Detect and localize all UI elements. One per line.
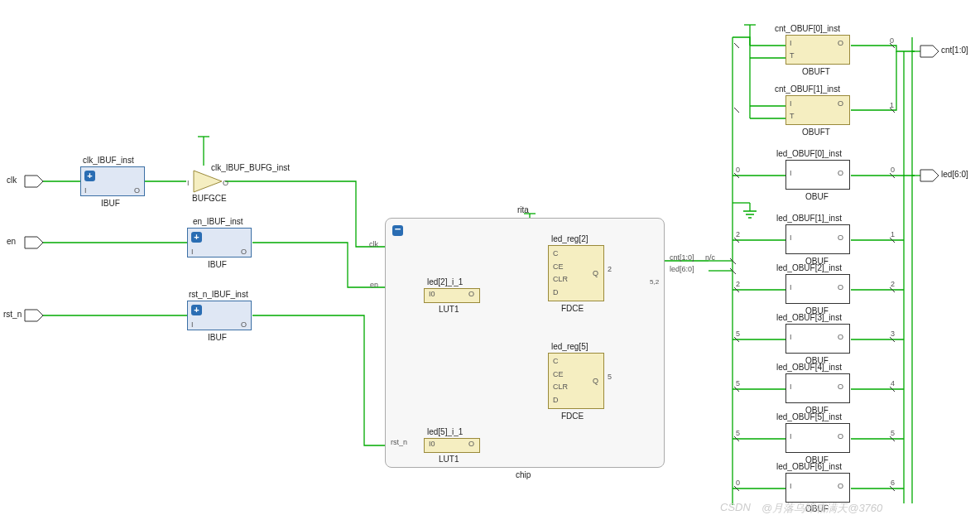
pin-clr: CLR bbox=[553, 275, 568, 283]
chip-pin-clk: clk bbox=[369, 240, 378, 248]
rstn-ibuf-title: rst_n_IBUF_inst bbox=[189, 290, 248, 299]
obuf2-title: led_OBUF[2]_inst bbox=[776, 263, 842, 272]
pin-o: O bbox=[134, 186, 140, 195]
pin-o: O bbox=[838, 99, 843, 108]
watermark-left: CSDN bbox=[720, 501, 751, 513]
chip-pin-led: led[6:0] bbox=[670, 265, 694, 273]
q2-num: 2 bbox=[608, 265, 612, 273]
pin-o: O bbox=[838, 432, 843, 440]
fdce-b-title: led_reg[5] bbox=[551, 342, 588, 351]
obuf5-title: led_OBUF[5]_inst bbox=[776, 412, 842, 421]
port-rst-n: rst_n bbox=[3, 310, 22, 319]
bufgce-type: BUFGCE bbox=[192, 194, 227, 203]
pin-o: O bbox=[838, 383, 843, 391]
collapse-icon[interactable]: − bbox=[392, 225, 403, 236]
obuft1-type: OBUFT bbox=[802, 128, 830, 137]
pin-clr: CLR bbox=[553, 383, 568, 391]
pin-q: Q bbox=[593, 269, 598, 277]
pin-i0: I0 bbox=[429, 440, 435, 448]
pin-ce: CE bbox=[553, 370, 564, 378]
expand-icon[interactable]: + bbox=[84, 171, 95, 181]
en-ibuf-title: en_IBUF_inst bbox=[193, 217, 243, 226]
bus2r: 2 bbox=[891, 280, 895, 288]
obuft1-title: cnt_OBUF[1]_inst bbox=[775, 84, 840, 94]
bus6r: 6 bbox=[891, 479, 895, 487]
pin-i: I bbox=[790, 169, 792, 177]
pin-t: T bbox=[790, 51, 795, 60]
lut1-b-type: LUT1 bbox=[439, 455, 459, 464]
port-clk: clk bbox=[7, 176, 17, 185]
pin-o: O bbox=[838, 169, 843, 177]
pin-c: C bbox=[553, 249, 559, 258]
watermark-right: @月落乌啼霜满天@3760 bbox=[761, 501, 882, 515]
pin-d: D bbox=[553, 288, 559, 296]
pin-t: T bbox=[790, 112, 795, 120]
split52: 5,2 bbox=[650, 278, 659, 286]
clk-ibuf-title: clk_IBUF_inst bbox=[83, 156, 134, 165]
bus0: 0 bbox=[890, 36, 894, 45]
pin-c: C bbox=[553, 357, 559, 365]
pin-i: I bbox=[187, 179, 190, 187]
pin-i: I bbox=[790, 383, 792, 391]
chip-pin-cnt: cnt[1:0] bbox=[670, 253, 694, 262]
obuft0-type: OBUFT bbox=[802, 67, 830, 76]
pin-o: O bbox=[838, 283, 843, 291]
bus1: 1 bbox=[890, 101, 894, 109]
obuft0-title: cnt_OBUF[0]_inst bbox=[775, 24, 840, 33]
bus4r: 4 bbox=[891, 379, 895, 387]
bus0l6: 0 bbox=[736, 479, 740, 487]
lut1-a-type: LUT1 bbox=[439, 305, 459, 314]
pin-o: O bbox=[468, 440, 474, 448]
q5-num: 5 bbox=[608, 373, 612, 381]
lut1-a-title: led[2]_i_1 bbox=[427, 277, 463, 286]
bus3r: 3 bbox=[891, 330, 895, 338]
clk-ibuf-type: IBUF bbox=[101, 199, 120, 208]
expand-icon[interactable]: + bbox=[191, 305, 202, 315]
obuf6-title: led_OBUF[6]_inst bbox=[776, 462, 842, 471]
en-ibuf-type: IBUF bbox=[208, 260, 227, 269]
fdce-a-type: FDCE bbox=[561, 304, 584, 313]
pin-i: I bbox=[191, 248, 194, 256]
pin-o: O bbox=[241, 320, 247, 329]
pin-i: I bbox=[191, 320, 194, 329]
obuf3-title: led_OBUF[3]_inst bbox=[776, 313, 842, 322]
obuf1-title: led_OBUF[1]_inst bbox=[776, 214, 842, 223]
pin-o: O bbox=[838, 233, 843, 242]
pin-o: O bbox=[468, 290, 474, 298]
chip-pin-en: en bbox=[370, 281, 378, 289]
pin-i: I bbox=[790, 233, 792, 242]
bus2l2: 2 bbox=[736, 280, 740, 288]
chip-pin-rstn: rst_n bbox=[391, 438, 407, 446]
pin-i: I bbox=[790, 333, 792, 341]
port-en: en bbox=[7, 237, 16, 246]
bus1r: 1 bbox=[891, 230, 895, 238]
pin-i: I bbox=[790, 39, 792, 47]
fdce-a-title: led_reg[2] bbox=[551, 234, 588, 243]
pin-ce: CE bbox=[553, 262, 564, 271]
lut1-b-title: led[5]_i_1 bbox=[427, 427, 463, 436]
bus5l2: 5 bbox=[736, 379, 740, 387]
rstn-ibuf-type: IBUF bbox=[208, 333, 227, 342]
bus5l3: 5 bbox=[736, 429, 740, 437]
bus2l: 2 bbox=[736, 230, 740, 238]
fdce-b-type: FDCE bbox=[561, 412, 584, 421]
pin-o: O bbox=[838, 482, 843, 490]
pin-i0: I0 bbox=[429, 290, 435, 298]
pin-o: O bbox=[223, 179, 228, 187]
obuf0-title: led_OBUF[0]_inst bbox=[776, 149, 842, 158]
pin-o: O bbox=[838, 39, 843, 47]
bufgce-title: clk_IBUF_BUFG_inst bbox=[211, 163, 290, 172]
port-led: led[6:0] bbox=[941, 170, 968, 179]
pin-d: D bbox=[553, 396, 559, 404]
obuf0-type: OBUF bbox=[805, 192, 829, 201]
pin-o: O bbox=[241, 248, 247, 256]
pin-i: I bbox=[790, 482, 792, 490]
pin-i: I bbox=[790, 432, 792, 440]
port-cnt: cnt[1:0] bbox=[941, 46, 968, 55]
pin-o: O bbox=[838, 333, 843, 341]
obuf4-title: led_OBUF[4]_inst bbox=[776, 363, 842, 372]
chip-type: chip bbox=[516, 470, 531, 479]
bus5r: 5 bbox=[891, 429, 895, 437]
pin-i: I bbox=[790, 99, 792, 108]
expand-icon[interactable]: + bbox=[191, 232, 202, 243]
